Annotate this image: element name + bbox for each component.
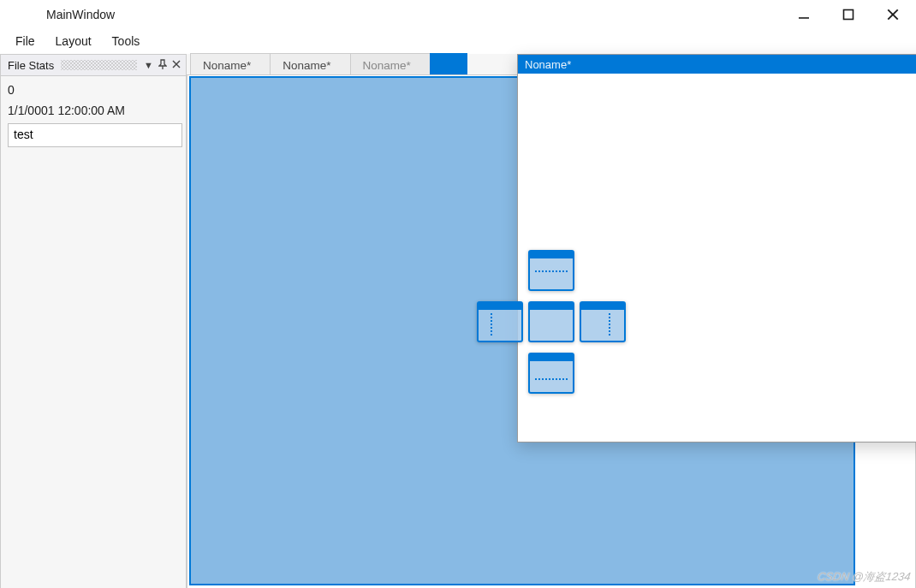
file-stats-title: File Stats bbox=[8, 59, 54, 72]
close-icon bbox=[886, 8, 900, 21]
panel-grip[interactable] bbox=[61, 60, 137, 70]
menu-file[interactable]: File bbox=[7, 32, 44, 50]
close-button[interactable] bbox=[882, 3, 904, 26]
document-area: Noname* Noname* Noname* Noname* ▼ bbox=[187, 54, 916, 588]
panel-header-icons: ▼ bbox=[144, 59, 186, 71]
menu-tools[interactable]: Tools bbox=[104, 32, 149, 50]
minimize-icon bbox=[798, 9, 810, 21]
floating-titlebar[interactable]: Noname* ▼ bbox=[518, 55, 916, 74]
panel-pin-icon[interactable] bbox=[158, 59, 167, 71]
tab-label: Noname* bbox=[283, 59, 330, 72]
document-tab-drop-target[interactable] bbox=[430, 53, 467, 74]
file-stats-input[interactable] bbox=[8, 123, 182, 147]
maximize-icon bbox=[842, 9, 854, 21]
window-titlebar: MainWindow bbox=[0, 0, 916, 29]
file-count-value: 0 bbox=[8, 81, 177, 100]
file-stats-header[interactable]: File Stats ▼ bbox=[1, 55, 186, 76]
floating-document-window[interactable]: Noname* ▼ bbox=[517, 54, 916, 442]
menubar: File Layout Tools bbox=[0, 29, 916, 53]
minimize-button[interactable] bbox=[793, 3, 815, 26]
timestamp-value: 1/1/0001 12:00:00 AM bbox=[8, 102, 177, 121]
window-title: MainWindow bbox=[46, 8, 115, 21]
document-tab[interactable]: Noname* bbox=[350, 53, 431, 74]
document-tab[interactable]: Noname* bbox=[190, 53, 271, 74]
tab-label: Noname* bbox=[363, 59, 411, 72]
workspace: File Stats ▼ 0 1/1/0001 12:00:00 AM Nona… bbox=[0, 53, 916, 588]
floating-title: Noname* bbox=[525, 58, 916, 71]
panel-close-icon[interactable] bbox=[172, 60, 181, 70]
document-tab[interactable]: Noname* bbox=[270, 53, 350, 74]
menu-layout[interactable]: Layout bbox=[47, 32, 100, 50]
file-stats-panel: File Stats ▼ 0 1/1/0001 12:00:00 AM bbox=[0, 54, 187, 588]
file-stats-body: 0 1/1/0001 12:00:00 AM bbox=[1, 76, 186, 156]
tab-label: Noname* bbox=[203, 59, 251, 72]
maximize-button[interactable] bbox=[837, 3, 859, 26]
svg-rect-1 bbox=[844, 10, 854, 20]
window-buttons bbox=[793, 3, 916, 26]
panel-menu-icon[interactable]: ▼ bbox=[144, 61, 153, 70]
